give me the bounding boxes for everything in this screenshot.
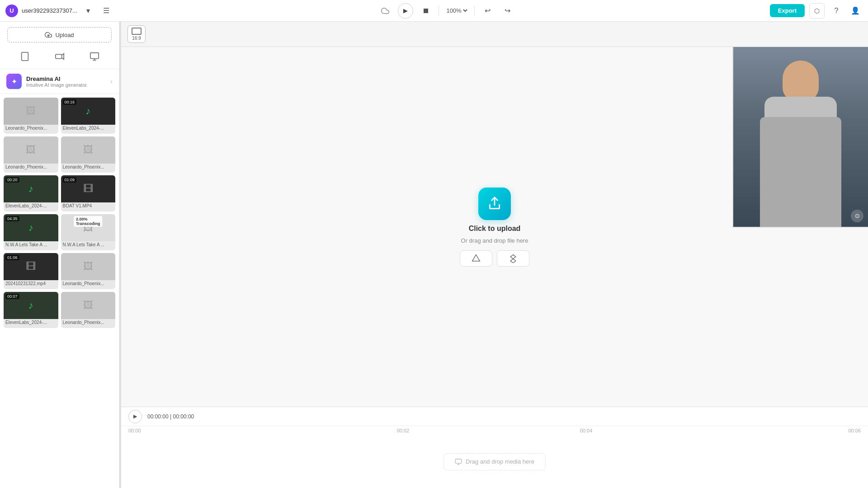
dropbox-button[interactable] — [497, 250, 529, 267]
frame-selector-bar: 16:9 — [121, 22, 868, 47]
monitor-device-button[interactable] — [77, 48, 112, 65]
ruler-mark: 00:00 — [128, 428, 311, 433]
media-item-name: Leonardo_Phoenix... — [61, 319, 116, 326]
timeline-ruler: 00:00 00:02 00:04 00:06 — [121, 426, 868, 435]
list-item[interactable]: 🖼 Leonardo_Phoenix... — [61, 292, 116, 328]
topbar-center: ▶ ⏹ 100% ↩ ↪ — [127, 3, 766, 19]
svg-rect-9 — [455, 459, 461, 463]
timeline-drop-zone: Drag and drop media here — [443, 453, 546, 470]
list-item[interactable]: 🖼 Leonardo_Phoenix... — [4, 136, 58, 173]
media-item-name: ElevenLabs_2024-... — [61, 125, 116, 131]
upload-drop-zone: Click to upload Or drag and drop file he… — [460, 188, 529, 267]
ai-promo-banner[interactable]: ✦ Dreamina AI Intuitive AI image generat… — [0, 69, 119, 94]
image-icon: 🖼 — [83, 300, 93, 311]
undo-button[interactable]: ↩ — [480, 4, 495, 18]
list-item[interactable]: ♪ 00:16 ElevenLabs_2024-... — [61, 98, 116, 134]
timeline-controls: ▶ 00:00:00 | 00:00:00 — [121, 407, 868, 426]
media-duration-badge: 01:09 — [63, 177, 77, 183]
music-icon: ♪ — [28, 300, 33, 311]
device-icons — [0, 46, 119, 69]
account-button[interactable]: 👤 — [848, 4, 863, 18]
stop-button[interactable]: ⏹ — [419, 4, 433, 18]
total-time: 00:00:00 — [173, 413, 194, 420]
topbar-separator-2 — [474, 5, 475, 16]
zoom-selector[interactable]: 100% — [444, 7, 469, 14]
canvas-area: 16:9 Click to upload Or drag and drop fi… — [121, 22, 868, 488]
timeline-tracks: Drag and drop media here — [121, 435, 868, 488]
list-item[interactable]: 🖼 Leonardo_Phoenix... — [61, 136, 116, 173]
share-button[interactable]: ⬡ — [809, 3, 825, 19]
upload-label: Upload — [55, 32, 74, 38]
svg-rect-4 — [90, 53, 98, 59]
music-icon: ♪ — [28, 183, 33, 195]
topbar: U user392293237307... ▾ ☰ ▶ ⏹ 100% ↩ ↪ E… — [0, 0, 868, 22]
cloud-save-button[interactable] — [378, 4, 392, 18]
ruler-mark: 00:02 — [311, 428, 495, 433]
music-icon: ♪ — [85, 105, 90, 117]
video-device-button[interactable] — [42, 48, 77, 65]
ruler-mark: 00:06 — [678, 428, 861, 433]
upload-subtitle: Or drag and drop file here — [461, 237, 528, 244]
list-item[interactable]: 🎞 01:09 BOAT V1.MP4 — [61, 175, 116, 211]
upload-icon-button[interactable] — [478, 188, 511, 220]
upload-services — [460, 250, 529, 267]
media-item-name: 202410231322.mp4 — [4, 280, 58, 287]
media-item-name: N.W.A Lets Take A ... — [61, 241, 116, 248]
media-item-name: Leonardo_Phoenix... — [61, 164, 116, 170]
topbar-separator-1 — [439, 5, 439, 16]
image-icon: 🖼 — [83, 261, 93, 272]
user-menu-button[interactable]: ▾ — [81, 4, 95, 18]
upload-icon — [487, 197, 502, 211]
svg-rect-3 — [55, 54, 61, 58]
media-duration-badge: 00:07 — [5, 294, 19, 299]
webcam-preview: ⚙ — [732, 47, 868, 228]
list-item[interactable]: 🖼 2.00%Transcoding N.W.A Lets Take A ... — [61, 214, 116, 250]
webcam-settings-icon: ⚙ — [851, 210, 863, 222]
current-time: 00:00:00 — [147, 413, 169, 420]
preview-play-button[interactable]: ▶ — [398, 3, 413, 19]
image-icon: 🖼 — [26, 144, 36, 156]
user-initial: U — [9, 7, 14, 14]
list-item[interactable]: 🎞 01:06 202410231322.mp4 — [4, 253, 58, 289]
tablet-device-button[interactable] — [7, 48, 42, 65]
ai-icon: ✦ — [6, 74, 22, 89]
list-item[interactable]: ♪ 00:07 ElevenLabs_2024-... — [4, 292, 58, 328]
export-button[interactable]: Export — [770, 4, 805, 17]
media-item-name: ElevenLabs_2024-... — [4, 202, 58, 209]
ai-title: Dreamina AI — [26, 75, 106, 82]
svg-marker-8 — [510, 254, 516, 263]
media-grid: 🖼 Leonardo_Phoenix... ♪ 00:16 ElevenLabs… — [0, 94, 119, 488]
upload-button[interactable]: Upload — [7, 27, 112, 42]
ruler-mark: 00:04 — [495, 428, 678, 433]
list-item[interactable]: 🖼 Leonardo_Phoenix... — [4, 98, 58, 134]
topbar-right: Export ⬡ ? 👤 — [770, 3, 863, 19]
frame-rect-icon — [132, 28, 142, 35]
film-icon: 🎞 — [83, 183, 93, 195]
list-item[interactable]: 🖼 Leonardo_Phoenix... — [61, 253, 116, 289]
film-icon: 🎞 — [26, 261, 36, 272]
media-duration-badge: 04:35 — [5, 216, 19, 221]
timeline-time-display: 00:00:00 | 00:00:00 — [147, 413, 194, 420]
sidebar: Upload — [0, 22, 119, 488]
list-item[interactable]: ♪ 04:35 N.W.A Lets Take A ... — [4, 214, 58, 250]
drop-media-icon — [455, 458, 462, 465]
svg-rect-1 — [21, 52, 28, 61]
google-drive-button[interactable] — [460, 250, 492, 267]
main-area: Upload — [0, 22, 868, 488]
image-icon: 🖼 — [26, 105, 36, 117]
media-duration-badge: 00:20 — [5, 177, 19, 183]
frame-ratio-button[interactable]: 16:9 — [127, 25, 146, 43]
svg-marker-7 — [472, 254, 480, 261]
help-button[interactable]: ? — [829, 4, 844, 18]
menu-button[interactable]: ☰ — [99, 4, 113, 18]
redo-button[interactable]: ↪ — [500, 4, 514, 18]
media-item-name: ElevenLabs_2024-... — [4, 319, 58, 326]
topbar-left: U user392293237307... ▾ ☰ — [5, 4, 123, 18]
canvas-viewport: Click to upload Or drag and drop file he… — [121, 47, 868, 407]
timeline-play-button[interactable]: ▶ — [128, 410, 142, 423]
media-duration-badge: 01:06 — [5, 255, 19, 260]
upload-title: Click to upload — [469, 225, 521, 233]
timeline-area: ▶ 00:00:00 | 00:00:00 00:00 00:02 00:04 … — [121, 407, 868, 488]
list-item[interactable]: ♪ 00:20 ElevenLabs_2024-... — [4, 175, 58, 211]
media-item-name: Leonardo_Phoenix... — [61, 280, 116, 287]
